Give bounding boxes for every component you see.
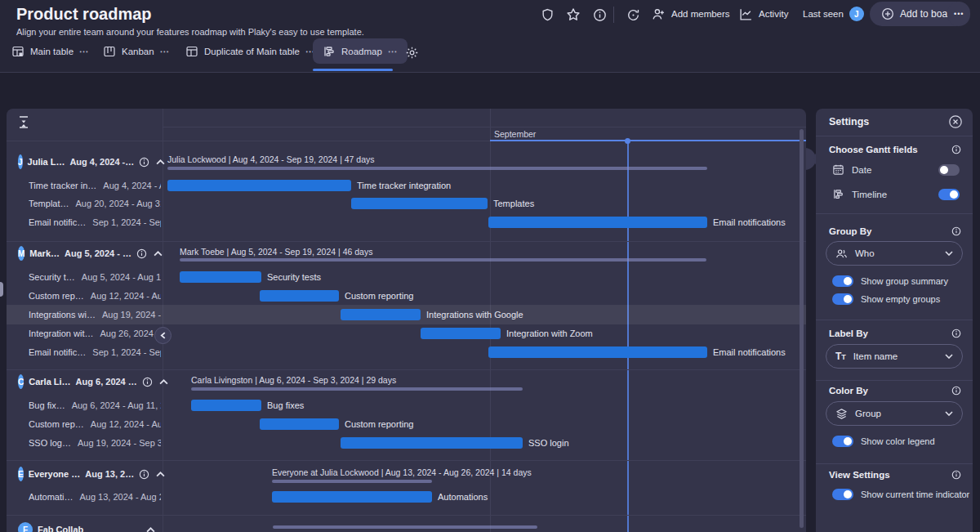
group-header-julia[interactable]: J Julia L… Aug 4, 2024 -… xyxy=(7,152,163,172)
tab-label: Kanban xyxy=(122,47,154,56)
collapse-panel-handle[interactable] xyxy=(154,327,172,344)
shield-icon[interactable] xyxy=(537,5,557,25)
label-by-select[interactable]: TT Item name xyxy=(826,344,963,369)
gantt-task-bar[interactable] xyxy=(488,217,707,228)
item-name: Custom rep… xyxy=(29,419,84,429)
main-table-icon xyxy=(11,45,24,58)
collapse-all-icon[interactable] xyxy=(18,115,29,129)
gantt-task-bar[interactable] xyxy=(351,198,488,209)
gantt-task-bar[interactable] xyxy=(167,180,351,191)
show-current-time-toggle[interactable] xyxy=(832,489,853,500)
tab-more-icon[interactable]: ⋯ xyxy=(160,46,171,57)
group-header-mark[interactable]: M Mark… Aug 5, 2024 - … xyxy=(7,244,163,263)
section-divider xyxy=(816,213,973,214)
list-item-selected[interactable]: Integrations wi…Aug 19, 2024 - A… xyxy=(29,306,161,324)
gantt-task-bar[interactable] xyxy=(488,346,707,358)
toggle-label: Show group summary xyxy=(861,276,948,286)
toggle-label: Show empty groups xyxy=(861,294,940,304)
person-add-icon xyxy=(652,7,666,21)
list-item[interactable]: Security t…Aug 5, 2024 - Aug 11, … xyxy=(29,268,161,286)
tab-more-icon[interactable]: ⋯ xyxy=(388,46,399,57)
gantt-task-label: Integration with Zoom xyxy=(506,328,593,339)
chevron-up-icon[interactable] xyxy=(159,379,168,385)
tab-label: Duplicate of Main table xyxy=(204,47,300,56)
gantt-task-label: Automations xyxy=(438,491,488,503)
tab-roadmap-active[interactable]: Roadmap ⋯ xyxy=(313,38,408,64)
gantt-summary-bar[interactable] xyxy=(167,167,707,170)
list-item[interactable]: Automati…Aug 13, 2024 - Aug 26,… xyxy=(29,488,161,506)
list-item[interactable]: Custom rep…Aug 12, 2024 - Aug … xyxy=(29,415,161,433)
item-dates: Aug 5, 2024 - Aug 11, … xyxy=(82,272,161,282)
color-by-select[interactable]: Group xyxy=(826,401,963,426)
tab-main-table[interactable]: Main table ⋯ xyxy=(11,41,90,62)
show-empty-groups-toggle[interactable] xyxy=(832,293,853,305)
chevron-up-icon[interactable] xyxy=(154,251,163,257)
show-group-summary-toggle[interactable] xyxy=(832,275,853,287)
group-header-everyone[interactable]: E Everyone … Aug 13, 2… xyxy=(7,464,163,484)
date-field-toggle[interactable] xyxy=(938,164,960,176)
kanban-icon xyxy=(103,45,116,58)
gantt-vertical-scrollbar[interactable] xyxy=(800,129,804,528)
gantt-task-bar[interactable] xyxy=(421,328,501,339)
gantt-task-bar[interactable] xyxy=(260,290,339,302)
item-name: Time tracker in… xyxy=(29,181,96,190)
list-item[interactable]: Email notific…Sep 1, 2024 - Sep 1… xyxy=(29,213,161,231)
activity-button[interactable]: Activity xyxy=(739,3,788,25)
tab-kanban[interactable]: Kanban ⋯ xyxy=(103,41,170,62)
gantt-task-bar[interactable] xyxy=(341,437,523,449)
gantt-task-bar[interactable] xyxy=(191,400,261,411)
gantt-task-bar[interactable] xyxy=(180,271,261,283)
group-header-carla[interactable]: C Carla Li… Aug 6, 2024 … xyxy=(7,372,163,391)
avatar[interactable]: J xyxy=(849,7,864,21)
list-item[interactable]: Bug fix…Aug 6, 2024 - Aug 11, 20… xyxy=(29,396,161,414)
group-dates: Aug 5, 2024 - … xyxy=(65,248,131,258)
info-icon[interactable] xyxy=(590,5,609,25)
tab-duplicate[interactable]: Duplicate of Main table ⋯ xyxy=(185,41,315,62)
close-icon[interactable] xyxy=(948,114,963,129)
current-time-indicator xyxy=(627,141,629,532)
group-header-fab[interactable]: F Fab Collab xyxy=(7,520,163,532)
timeline-field-toggle[interactable] xyxy=(938,189,960,200)
gantt-task-bar[interactable] xyxy=(341,309,421,320)
info-icon[interactable] xyxy=(951,145,961,154)
list-item[interactable]: Custom rep…Aug 12, 2024 - Aug … xyxy=(29,287,161,305)
gantt-summary-bar[interactable] xyxy=(191,387,523,391)
info-icon[interactable] xyxy=(136,248,147,259)
tab-more-icon[interactable]: ⋯ xyxy=(79,46,90,57)
info-icon[interactable] xyxy=(951,470,961,480)
info-icon[interactable] xyxy=(951,226,961,236)
collapsed-edge-indicator[interactable] xyxy=(0,282,3,297)
info-icon[interactable] xyxy=(951,386,961,396)
chevron-up-icon[interactable] xyxy=(156,472,165,477)
chevron-up-icon[interactable] xyxy=(146,527,155,532)
show-color-legend-toggle[interactable] xyxy=(832,436,853,447)
list-item[interactable]: Email notific…Sep 1, 2024 - Sep 1… xyxy=(29,343,161,361)
list-item[interactable]: Integration wit…Aug 26, 2024 - Se… xyxy=(29,324,161,342)
group-by-select[interactable]: Who xyxy=(826,241,963,266)
roadmap-gantt-icon xyxy=(323,45,336,58)
list-item[interactable]: Time tracker in…Aug 4, 2024 - Au… xyxy=(29,177,161,194)
header-more-button[interactable]: ••• xyxy=(947,2,970,26)
tab-label: Roadmap xyxy=(341,47,382,56)
gantt-summary-bar[interactable] xyxy=(180,258,706,262)
chevron-up-icon[interactable] xyxy=(156,159,165,165)
gantt-summary-bar[interactable] xyxy=(273,525,537,529)
gantt-summary-bar[interactable] xyxy=(272,480,432,483)
group-dates: Aug 4, 2024 -… xyxy=(69,157,134,167)
views-gear-icon[interactable] xyxy=(402,42,421,62)
add-members-button[interactable]: Add members xyxy=(652,3,730,25)
sync-icon[interactable] xyxy=(623,5,643,25)
last-seen[interactable]: Last seen J xyxy=(803,3,864,25)
info-icon[interactable] xyxy=(142,377,153,387)
list-item[interactable]: SSO log…Aug 19, 2024 - Sep 3, 20… xyxy=(29,434,161,452)
info-icon[interactable] xyxy=(951,329,961,338)
info-icon[interactable] xyxy=(139,157,149,168)
header-divider xyxy=(613,7,614,23)
gantt-task-bar[interactable] xyxy=(260,418,339,430)
list-item[interactable]: Templat…Aug 20, 2024 - Aug 31, 2… xyxy=(29,194,161,212)
activity-chart-icon xyxy=(739,7,753,21)
star-icon[interactable] xyxy=(564,5,583,25)
gantt-task-label: Security tests xyxy=(267,271,321,283)
info-icon[interactable] xyxy=(139,469,149,480)
gantt-task-bar[interactable] xyxy=(272,491,432,503)
